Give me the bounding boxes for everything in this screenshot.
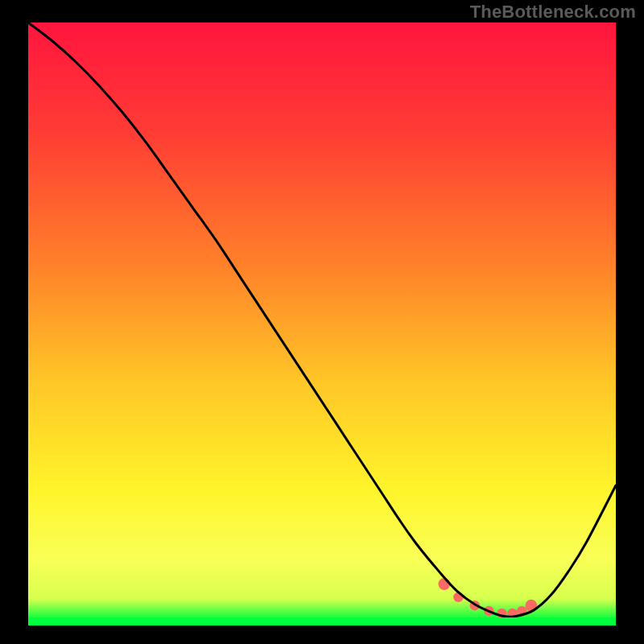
svg-point-0 [438, 578, 450, 590]
gradient-background [28, 23, 616, 620]
chart-container: TheBottleneck.com [0, 0, 644, 644]
bottleneck-chart [0, 0, 644, 644]
green-baseline-strip [28, 617, 616, 625]
watermark-label: TheBottleneck.com [470, 2, 636, 23]
